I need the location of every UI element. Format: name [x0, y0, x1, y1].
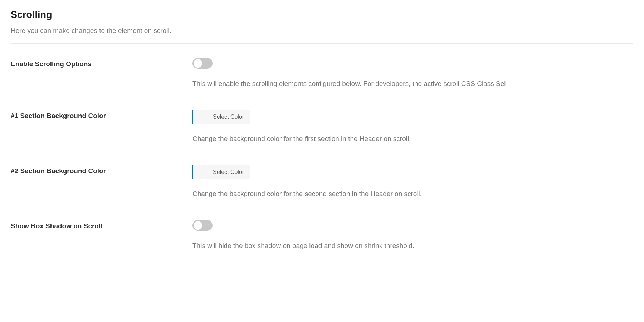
toggle-knob	[194, 221, 202, 230]
color-picker-label: Select Color	[207, 165, 250, 179]
section-subtitle: Here you can make changes to the element…	[11, 27, 633, 35]
bg-color-2-picker[interactable]: Select Color	[192, 165, 250, 179]
field-label-bg-color-1: #1 Section Background Color	[11, 110, 192, 120]
field-label-enable-scrolling: Enable Scrolling Options	[11, 58, 192, 68]
field-help-bg-color-1: Change the background color for the firs…	[192, 135, 633, 143]
field-control: This will enable the scrolling elements …	[192, 58, 633, 88]
color-swatch	[193, 165, 207, 179]
box-shadow-toggle[interactable]	[192, 220, 213, 231]
field-help-box-shadow: This will hide the box shadow on page lo…	[192, 242, 633, 250]
field-control: This will hide the box shadow on page lo…	[192, 220, 633, 250]
field-label-bg-color-2: #2 Section Background Color	[11, 165, 192, 175]
bg-color-1-picker[interactable]: Select Color	[192, 110, 250, 124]
field-help-enable-scrolling: This will enable the scrolling elements …	[192, 80, 633, 88]
toggle-knob	[194, 59, 202, 68]
field-control: Select Color Change the background color…	[192, 165, 633, 198]
color-picker-label: Select Color	[207, 110, 250, 124]
field-enable-scrolling: Enable Scrolling Options This will enabl…	[11, 58, 633, 88]
section-divider	[11, 43, 633, 44]
field-help-bg-color-2: Change the background color for the seco…	[192, 190, 633, 198]
color-swatch	[193, 110, 207, 124]
field-box-shadow: Show Box Shadow on Scroll This will hide…	[11, 220, 633, 250]
field-control: Select Color Change the background color…	[192, 110, 633, 143]
field-label-box-shadow: Show Box Shadow on Scroll	[11, 220, 192, 230]
section-title: Scrolling	[11, 9, 633, 20]
enable-scrolling-toggle[interactable]	[192, 58, 213, 69]
field-bg-color-2: #2 Section Background Color Select Color…	[11, 165, 633, 198]
field-bg-color-1: #1 Section Background Color Select Color…	[11, 110, 633, 143]
